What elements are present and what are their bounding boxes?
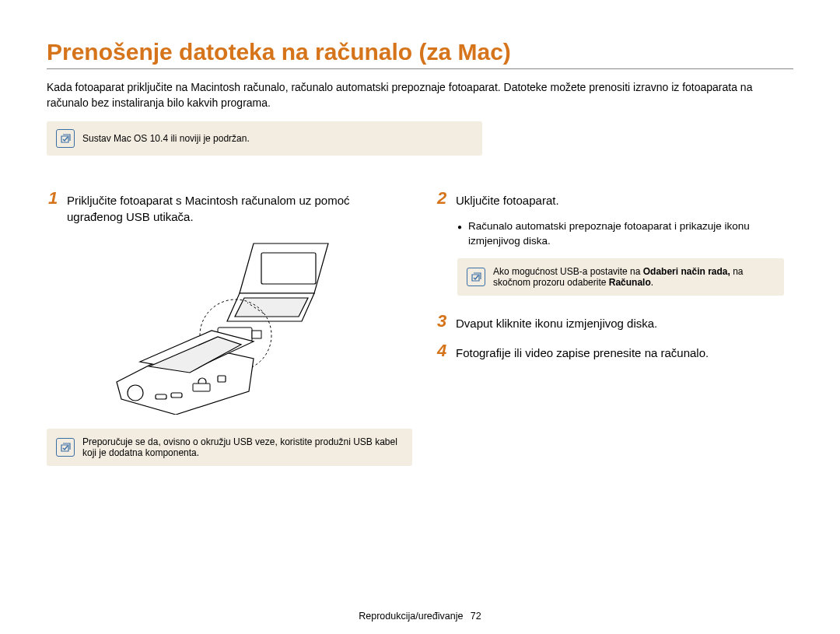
step-2-sub: ● Računalo automatski prepoznaje fotoapa… [457, 219, 793, 249]
note-text: Ako mogućnost USB-a postavite na Odaberi… [493, 266, 775, 288]
step-number-3: 3 [436, 313, 448, 330]
svg-rect-0 [261, 253, 316, 284]
svg-rect-7 [156, 394, 166, 399]
svg-point-6 [128, 385, 143, 401]
step-text-4: Fotografije ili video zapise prenesite n… [456, 342, 709, 361]
illustration-camera-laptop [109, 236, 342, 415]
page-title: Prenošenje datoteka na računalo (za Mac) [47, 39, 793, 65]
svg-rect-10 [218, 376, 226, 382]
step-text-1: Priključite fotoaparat s Macintosh račun… [67, 190, 404, 225]
step-1: 1 Priključite fotoaparat s Macintosh rač… [47, 190, 404, 225]
note-box-top: Sustav Mac OS 10.4 ili noviji je podržan… [47, 121, 482, 156]
note-icon [56, 129, 75, 148]
step-2-sub-text: Računalo automatski prepoznaje fotoapara… [468, 219, 793, 249]
content-columns: 1 Priključite fotoaparat s Macintosh rač… [47, 190, 793, 466]
note-text: Preporučuje se da, ovisno o okružju USB … [82, 436, 403, 458]
svg-rect-8 [171, 393, 182, 398]
step-text-3: Dvaput kliknite ikonu izmjenjivog diska. [456, 313, 657, 331]
step-3: 3 Dvaput kliknite ikonu izmjenjivog disk… [436, 313, 793, 331]
step-number-1: 1 [47, 190, 59, 207]
note-box-right: Ako mogućnost USB-a postavite na Odaberi… [457, 258, 784, 296]
intro-paragraph: Kada fotoaparat priključite na Macintosh… [47, 80, 793, 110]
right-column: 2 Uključite fotoaparat. ● Računalo autom… [436, 190, 793, 466]
note-icon [467, 268, 485, 286]
page-footer: Reprodukcija/uređivanje 72 [0, 611, 840, 622]
divider [47, 68, 793, 69]
note-box-left: Preporučuje se da, ovisno o okružju USB … [47, 429, 412, 466]
left-column: 1 Priključite fotoaparat s Macintosh rač… [47, 190, 404, 466]
note-icon [56, 438, 75, 457]
svg-rect-11 [193, 384, 210, 391]
step-text-2: Uključite fotoaparat. [456, 190, 559, 208]
step-2: 2 Uključite fotoaparat. [436, 190, 793, 208]
step-number-2: 2 [436, 190, 448, 207]
bullet-icon: ● [457, 219, 462, 249]
step-number-4: 4 [436, 342, 448, 359]
note-text: Sustav Mac OS 10.4 ili noviji je podržan… [82, 133, 250, 144]
step-4: 4 Fotografije ili video zapise prenesite… [436, 342, 793, 361]
footer-page-number: 72 [471, 611, 481, 622]
svg-rect-5 [252, 331, 261, 338]
footer-section: Reprodukcija/uređivanje [359, 611, 463, 622]
